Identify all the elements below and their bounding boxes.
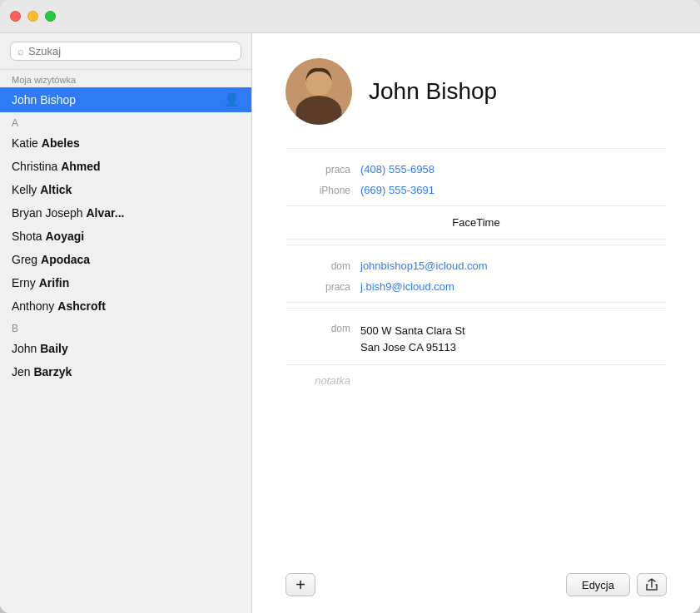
- phone-work-value[interactable]: (408) 555-6958: [360, 163, 434, 175]
- contact-name: Kelly Altick: [12, 183, 72, 196]
- search-input[interactable]: [28, 45, 234, 57]
- contact-name: Shota Aoyagi: [12, 230, 84, 243]
- svg-rect-2: [307, 80, 316, 87]
- email-home-row: dom johnbishop15@icloud.com: [285, 255, 667, 276]
- email-section: dom johnbishop15@icloud.com praca j.bish…: [285, 245, 667, 297]
- note-label: notatka: [285, 374, 360, 387]
- contact-name: Erny Arifin: [12, 276, 69, 289]
- note-row: notatka: [285, 370, 667, 391]
- email-work-label: praca: [285, 281, 360, 293]
- list-item[interactable]: Greg Apodaca: [0, 248, 251, 271]
- list-item[interactable]: Erny Arifin: [0, 271, 251, 294]
- detail-header: John Bishop: [285, 58, 667, 125]
- address-section: dom 500 W Santa Clara St San Jose CA 951…: [285, 308, 667, 359]
- phone-iphone-label: iPhone: [285, 185, 360, 196]
- avatar-image: [285, 58, 352, 125]
- divider-1: [285, 205, 667, 206]
- svg-rect-5: [314, 93, 324, 105]
- address-value: 500 W Santa Clara St San Jose CA 95113: [360, 323, 465, 355]
- list-item[interactable]: Katie Abeles: [0, 131, 251, 155]
- search-icon: ⌕: [17, 45, 24, 57]
- search-bar: ⌕: [0, 33, 251, 70]
- divider-4: [285, 364, 667, 365]
- contact-name: Bryan Joseph Alvar...: [12, 206, 124, 220]
- email-work-row: praca j.bish9@icloud.com: [285, 276, 667, 297]
- contact-name: Jen Barzyk: [12, 365, 72, 378]
- titlebar: [0, 0, 700, 33]
- contact-name: Anthony Ashcroft: [12, 299, 106, 313]
- contact-name: Christina Ahmed: [12, 160, 101, 173]
- edit-button[interactable]: Edycja: [566, 573, 630, 596]
- phone-work-label: praca: [285, 164, 360, 175]
- svg-rect-3: [320, 80, 329, 87]
- share-icon: [645, 578, 658, 591]
- contact-name: Katie Abeles: [12, 136, 80, 150]
- contacts-window: ⌕ Moja wizytówka John Bishop 👤 A Katie: [0, 0, 700, 613]
- facetime-row: FaceTime: [285, 211, 667, 234]
- email-home-label: dom: [285, 260, 360, 272]
- minimize-button[interactable]: [27, 11, 38, 22]
- address-line1: 500 W Santa Clara St: [360, 323, 465, 339]
- detail-panel: John Bishop praca (408) 555-6958 iPhone …: [252, 33, 700, 613]
- address-label: dom: [285, 323, 360, 334]
- email-work-value[interactable]: j.bish9@icloud.com: [360, 280, 454, 293]
- phone-work-row: praca (408) 555-6958: [285, 159, 667, 180]
- divider-3: [285, 302, 667, 303]
- my-card-name: John Bishop: [12, 93, 76, 106]
- my-card-row[interactable]: John Bishop 👤: [0, 87, 251, 112]
- share-button[interactable]: [637, 573, 667, 596]
- detail-footer: + Edycja: [285, 556, 667, 596]
- search-input-wrap[interactable]: ⌕: [10, 42, 241, 61]
- phone-section: praca (408) 555-6958 iPhone (669) 555-36…: [285, 148, 667, 200]
- section-header-b: B: [0, 318, 251, 337]
- person-icon: 👤: [224, 92, 240, 107]
- divider-2: [285, 239, 667, 240]
- list-item[interactable]: Christina Ahmed: [0, 155, 251, 178]
- traffic-lights: [10, 11, 56, 22]
- list-item[interactable]: Bryan Joseph Alvar...: [0, 201, 251, 225]
- my-card-name-text: John Bishop: [12, 93, 76, 106]
- button-group-right: Edycja: [566, 573, 667, 596]
- list-item[interactable]: John Baily: [0, 337, 251, 360]
- list-item[interactable]: Kelly Altick: [0, 178, 251, 201]
- contacts-list: Moja wizytówka John Bishop 👤 A Katie Abe…: [0, 70, 251, 613]
- list-item[interactable]: Anthony Ashcroft: [0, 294, 251, 318]
- add-button[interactable]: +: [285, 573, 315, 596]
- contact-name: Greg Apodaca: [12, 253, 90, 266]
- facetime-label[interactable]: FaceTime: [285, 216, 667, 229]
- list-item[interactable]: Jen Barzyk: [0, 360, 251, 383]
- phone-iphone-value[interactable]: (669) 555-3691: [360, 184, 434, 196]
- list-item[interactable]: Shota Aoyagi: [0, 225, 251, 248]
- address-row: dom 500 W Santa Clara St San Jose CA 951…: [285, 319, 667, 359]
- contact-full-name: John Bishop: [369, 78, 497, 105]
- email-home-value[interactable]: johnbishop15@icloud.com: [360, 260, 488, 272]
- section-header-a: A: [0, 112, 251, 131]
- address-line2: San Jose CA 95113: [360, 339, 465, 356]
- phone-iphone-row: iPhone (669) 555-3691: [285, 180, 667, 200]
- contact-name: John Baily: [12, 342, 68, 355]
- maximize-button[interactable]: [45, 11, 56, 22]
- avatar: [285, 58, 352, 125]
- my-card-label: Moja wizytówka: [0, 70, 251, 87]
- close-button[interactable]: [10, 11, 21, 22]
- main-content: ⌕ Moja wizytówka John Bishop 👤 A Katie: [0, 33, 700, 613]
- sidebar: ⌕ Moja wizytówka John Bishop 👤 A Katie: [0, 33, 252, 613]
